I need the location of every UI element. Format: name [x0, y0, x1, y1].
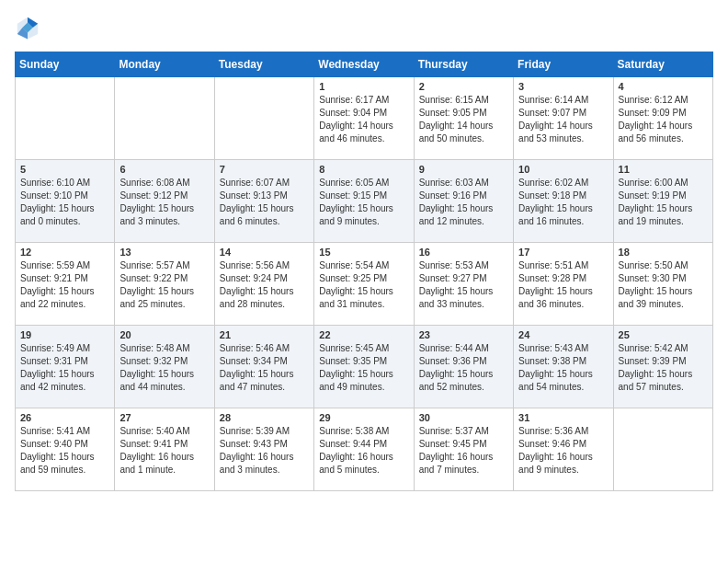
day-number: 12: [20, 247, 109, 258]
day-number: 19: [20, 329, 109, 340]
day-number: 5: [20, 164, 109, 175]
day-info: Sunrise: 5:48 AMSunset: 9:32 PMDaylight:…: [119, 342, 209, 394]
calendar-cell: 20Sunrise: 5:48 AMSunset: 9:32 PMDayligh…: [115, 326, 214, 408]
calendar-cell: 5Sunrise: 6:10 AMSunset: 9:10 PMDaylight…: [16, 160, 115, 243]
calendar-cell: 30Sunrise: 5:37 AMSunset: 9:45 PMDayligh…: [414, 408, 513, 491]
day-info: Sunrise: 5:49 AMSunset: 9:31 PMDaylight:…: [20, 342, 109, 394]
day-number: 18: [619, 247, 708, 258]
day-number: 7: [220, 164, 309, 175]
calendar-cell: 24Sunrise: 5:43 AMSunset: 9:38 PMDayligh…: [514, 326, 613, 408]
day-number: 31: [518, 412, 608, 423]
day-info: Sunrise: 6:02 AMSunset: 9:18 PMDaylight:…: [518, 177, 608, 228]
day-info: Sunrise: 5:42 AMSunset: 9:39 PMDaylight:…: [619, 342, 708, 394]
calendar-cell: [115, 77, 214, 160]
day-info: Sunrise: 5:51 AMSunset: 9:28 PMDaylight:…: [518, 259, 608, 311]
day-info: Sunrise: 6:17 AMSunset: 9:04 PMDaylight:…: [319, 94, 408, 145]
calendar-week-row: 26Sunrise: 5:41 AMSunset: 9:40 PMDayligh…: [16, 408, 713, 491]
calendar-cell: 19Sunrise: 5:49 AMSunset: 9:31 PMDayligh…: [16, 326, 115, 408]
day-info: Sunrise: 6:15 AMSunset: 9:05 PMDaylight:…: [419, 94, 508, 145]
calendar-week-row: 5Sunrise: 6:10 AMSunset: 9:10 PMDaylight…: [16, 160, 713, 243]
day-number: 23: [419, 329, 508, 340]
calendar-week-row: 19Sunrise: 5:49 AMSunset: 9:31 PMDayligh…: [16, 326, 713, 408]
day-number: 13: [119, 247, 209, 258]
calendar-week-row: 1Sunrise: 6:17 AMSunset: 9:04 PMDaylight…: [16, 77, 713, 160]
calendar-header-row: Sunday Monday Tuesday Wednesday Thursday…: [16, 52, 713, 77]
day-info: Sunrise: 6:10 AMSunset: 9:10 PMDaylight:…: [20, 177, 109, 228]
calendar-cell: 18Sunrise: 5:50 AMSunset: 9:30 PMDayligh…: [613, 243, 712, 326]
day-info: Sunrise: 5:43 AMSunset: 9:38 PMDaylight:…: [518, 342, 608, 394]
calendar-cell: 1Sunrise: 6:17 AMSunset: 9:04 PMDaylight…: [314, 77, 414, 160]
day-number: 3: [518, 81, 608, 92]
calendar-cell: 3Sunrise: 6:14 AMSunset: 9:07 PMDaylight…: [514, 77, 613, 160]
day-info: Sunrise: 5:36 AMSunset: 9:46 PMDaylight:…: [518, 425, 608, 477]
day-number: 11: [619, 164, 708, 175]
calendar-cell: [613, 408, 712, 491]
day-info: Sunrise: 5:57 AMSunset: 9:22 PMDaylight:…: [119, 259, 209, 311]
calendar-cell: 22Sunrise: 5:45 AMSunset: 9:35 PMDayligh…: [314, 326, 414, 408]
day-number: 29: [319, 412, 408, 423]
day-info: Sunrise: 6:00 AMSunset: 9:19 PMDaylight:…: [619, 177, 708, 228]
calendar-cell: 25Sunrise: 5:42 AMSunset: 9:39 PMDayligh…: [613, 326, 712, 408]
day-info: Sunrise: 5:56 AMSunset: 9:24 PMDaylight:…: [220, 259, 309, 311]
calendar-cell: 10Sunrise: 6:02 AMSunset: 9:18 PMDayligh…: [514, 160, 613, 243]
day-number: 8: [319, 164, 408, 175]
day-info: Sunrise: 6:05 AMSunset: 9:15 PMDaylight:…: [319, 177, 408, 228]
calendar-cell: [214, 77, 313, 160]
day-number: 24: [518, 329, 608, 340]
calendar-cell: 4Sunrise: 6:12 AMSunset: 9:09 PMDaylight…: [613, 77, 712, 160]
day-number: 10: [518, 164, 608, 175]
day-number: 16: [419, 247, 508, 258]
calendar-cell: 28Sunrise: 5:39 AMSunset: 9:43 PMDayligh…: [214, 408, 313, 491]
day-info: Sunrise: 5:53 AMSunset: 9:27 PMDaylight:…: [419, 259, 508, 311]
day-info: Sunrise: 5:38 AMSunset: 9:44 PMDaylight:…: [319, 425, 408, 477]
day-number: 4: [619, 81, 708, 92]
logo-icon: [15, 15, 40, 40]
calendar-cell: 6Sunrise: 6:08 AMSunset: 9:12 PMDaylight…: [115, 160, 214, 243]
col-saturday: Saturday: [613, 52, 712, 77]
day-number: 6: [119, 164, 209, 175]
calendar-cell: 12Sunrise: 5:59 AMSunset: 9:21 PMDayligh…: [16, 243, 115, 326]
calendar-cell: [16, 77, 115, 160]
day-number: 25: [619, 329, 708, 340]
day-info: Sunrise: 5:50 AMSunset: 9:30 PMDaylight:…: [619, 259, 708, 311]
day-info: Sunrise: 5:40 AMSunset: 9:41 PMDaylight:…: [119, 425, 209, 477]
day-number: 30: [419, 412, 508, 423]
calendar-cell: 15Sunrise: 5:54 AMSunset: 9:25 PMDayligh…: [314, 243, 414, 326]
day-info: Sunrise: 6:07 AMSunset: 9:13 PMDaylight:…: [220, 177, 309, 228]
day-info: Sunrise: 5:44 AMSunset: 9:36 PMDaylight:…: [419, 342, 508, 394]
day-info: Sunrise: 5:41 AMSunset: 9:40 PMDaylight:…: [20, 425, 109, 477]
calendar-cell: 8Sunrise: 6:05 AMSunset: 9:15 PMDaylight…: [314, 160, 414, 243]
col-sunday: Sunday: [16, 52, 115, 77]
day-info: Sunrise: 6:14 AMSunset: 9:07 PMDaylight:…: [518, 94, 608, 145]
day-info: Sunrise: 5:59 AMSunset: 9:21 PMDaylight:…: [20, 259, 109, 311]
calendar-cell: 11Sunrise: 6:00 AMSunset: 9:19 PMDayligh…: [613, 160, 712, 243]
calendar-cell: 31Sunrise: 5:36 AMSunset: 9:46 PMDayligh…: [514, 408, 613, 491]
day-number: 14: [220, 247, 309, 258]
calendar-cell: 23Sunrise: 5:44 AMSunset: 9:36 PMDayligh…: [414, 326, 513, 408]
day-number: 9: [419, 164, 508, 175]
day-number: 20: [119, 329, 209, 340]
calendar-cell: 9Sunrise: 6:03 AMSunset: 9:16 PMDaylight…: [414, 160, 513, 243]
day-info: Sunrise: 5:39 AMSunset: 9:43 PMDaylight:…: [220, 425, 309, 477]
calendar-cell: 27Sunrise: 5:40 AMSunset: 9:41 PMDayligh…: [115, 408, 214, 491]
day-number: 21: [220, 329, 309, 340]
day-info: Sunrise: 5:54 AMSunset: 9:25 PMDaylight:…: [319, 259, 408, 311]
col-friday: Friday: [514, 52, 613, 77]
day-number: 26: [20, 412, 109, 423]
logo: [15, 15, 44, 40]
calendar-week-row: 12Sunrise: 5:59 AMSunset: 9:21 PMDayligh…: [16, 243, 713, 326]
day-number: 28: [220, 412, 309, 423]
day-info: Sunrise: 5:45 AMSunset: 9:35 PMDaylight:…: [319, 342, 408, 394]
calendar-cell: 17Sunrise: 5:51 AMSunset: 9:28 PMDayligh…: [514, 243, 613, 326]
calendar-cell: 14Sunrise: 5:56 AMSunset: 9:24 PMDayligh…: [214, 243, 313, 326]
day-number: 1: [319, 81, 408, 92]
calendar-cell: 13Sunrise: 5:57 AMSunset: 9:22 PMDayligh…: [115, 243, 214, 326]
calendar-cell: 29Sunrise: 5:38 AMSunset: 9:44 PMDayligh…: [314, 408, 414, 491]
col-monday: Monday: [115, 52, 214, 77]
day-number: 2: [419, 81, 508, 92]
day-number: 15: [319, 247, 408, 258]
day-info: Sunrise: 6:12 AMSunset: 9:09 PMDaylight:…: [619, 94, 708, 145]
day-number: 17: [518, 247, 608, 258]
day-number: 22: [319, 329, 408, 340]
calendar-cell: 26Sunrise: 5:41 AMSunset: 9:40 PMDayligh…: [16, 408, 115, 491]
